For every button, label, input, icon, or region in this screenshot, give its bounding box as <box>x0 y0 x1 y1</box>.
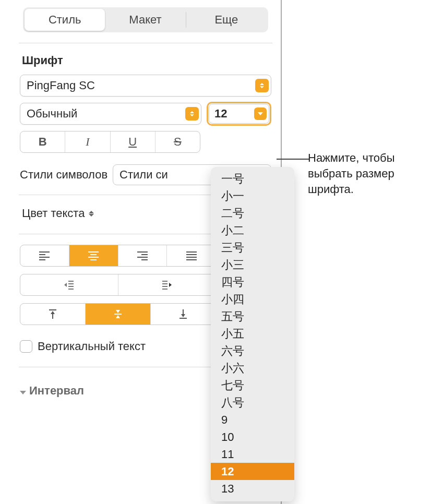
interval-label: Интервал <box>29 384 84 398</box>
font-size-menu[interactable]: 一号小一二号小二三号小三四号小四五号小五六号小六七号八号910111213 <box>211 167 294 501</box>
divider <box>19 43 272 43</box>
callout-line <box>277 159 309 160</box>
valign-top-button[interactable] <box>20 304 86 325</box>
indent-group <box>20 274 216 296</box>
italic-button[interactable]: I <box>65 131 110 152</box>
bold-button[interactable]: B <box>20 131 65 152</box>
callout-text: Нажмите, чтобы выбрать размер шрифта. <box>308 150 433 197</box>
font-size-option[interactable]: 12 <box>211 463 294 480</box>
tab-layout[interactable]: Макет <box>105 9 185 31</box>
underline-button[interactable]: U <box>111 131 155 152</box>
char-styles-label: Стили символов <box>20 168 107 182</box>
font-size-option[interactable]: 11 <box>211 446 294 463</box>
chevron-down-icon <box>254 107 267 120</box>
svg-marker-25 <box>169 283 172 287</box>
font-size-option[interactable]: 9 <box>211 411 294 428</box>
font-size-option[interactable]: 二号 <box>211 205 294 222</box>
font-size-option[interactable]: 小五 <box>211 325 294 342</box>
font-size-option[interactable]: 小二 <box>211 222 294 239</box>
font-weight-popup[interactable]: Обычный <box>20 103 201 125</box>
alignment-group <box>20 245 216 267</box>
valign-middle-button[interactable] <box>86 304 151 325</box>
align-justify-button[interactable] <box>167 245 215 266</box>
valign-bottom-button[interactable] <box>151 304 215 325</box>
svg-marker-20 <box>64 283 67 287</box>
tab-more[interactable]: Еще <box>186 9 267 31</box>
font-size-popup[interactable]: 12 <box>207 102 271 126</box>
font-size-option[interactable]: 小三 <box>211 256 294 273</box>
font-size-option[interactable]: 小一 <box>211 187 294 205</box>
updown-icon <box>255 79 269 92</box>
font-size-option[interactable]: 小六 <box>211 359 294 377</box>
svg-marker-30 <box>116 310 120 313</box>
font-size-option[interactable]: 10 <box>211 428 294 446</box>
text-color-label: Цвет текста <box>22 207 85 220</box>
vertical-text-checkbox[interactable] <box>20 340 32 353</box>
outdent-button[interactable] <box>20 274 118 295</box>
strike-button[interactable]: S <box>155 131 200 152</box>
indent-button[interactable] <box>118 274 216 295</box>
align-right-button[interactable] <box>118 245 167 266</box>
font-size-option[interactable]: 13 <box>211 480 294 497</box>
updown-icon <box>185 107 199 121</box>
font-size-option[interactable]: 六号 <box>211 342 294 359</box>
svg-marker-31 <box>116 315 120 318</box>
font-weight-value: Обычный <box>27 107 185 121</box>
font-size-option[interactable]: 五号 <box>211 308 294 325</box>
font-family-value: PingFang SC <box>27 79 255 92</box>
align-center-button[interactable] <box>69 245 118 266</box>
font-size-option[interactable]: 八号 <box>211 394 294 411</box>
vertical-text-label: Вертикальный текст <box>38 340 146 353</box>
format-tabs[interactable]: Стиль Макет Еще <box>23 7 268 32</box>
triangle-down-icon <box>20 391 26 394</box>
font-size-option[interactable]: 一号 <box>211 170 294 187</box>
font-size-option[interactable]: 小四 <box>211 291 294 308</box>
font-section-label: Шрифт <box>22 54 271 67</box>
updown-icon <box>88 208 95 219</box>
font-family-popup[interactable]: PingFang SC <box>20 75 271 97</box>
align-left-button[interactable] <box>20 245 69 266</box>
font-size-option[interactable]: 七号 <box>211 377 294 394</box>
tab-style[interactable]: Стиль <box>25 9 105 31</box>
font-size-value: 12 <box>214 107 254 121</box>
text-style-group: B I U S <box>20 131 200 153</box>
font-size-option[interactable]: 四号 <box>211 273 294 291</box>
font-size-option[interactable]: 三号 <box>211 239 294 256</box>
vertical-align-group <box>20 303 216 325</box>
